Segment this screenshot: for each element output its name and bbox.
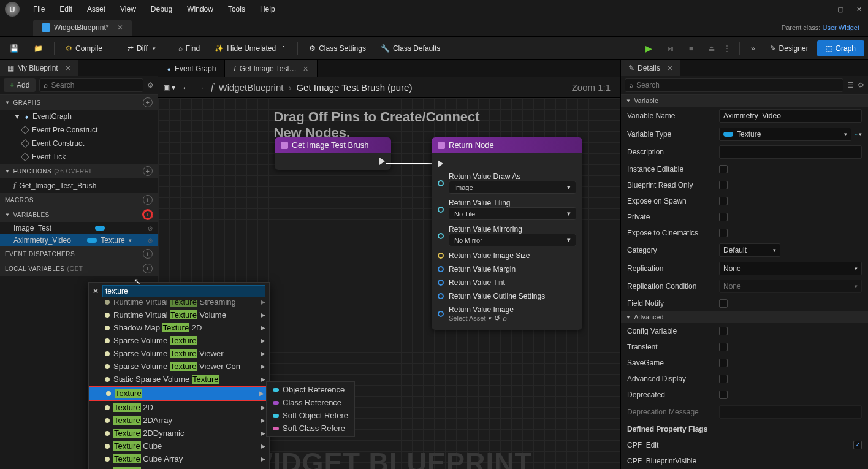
savegame-checkbox[interactable] — [719, 359, 728, 367]
settings-icon[interactable]: ⚙ — [147, 81, 154, 90]
exec-in-pin[interactable] — [438, 160, 443, 167]
close-icon[interactable]: ✕ — [303, 65, 308, 73]
pin[interactable] — [438, 207, 444, 213]
section-functions[interactable]: ▼FUNCTIONS(36 OVERRI+ — [0, 164, 158, 178]
bookmark-icon[interactable]: ▣ ▾ — [163, 83, 175, 92]
type-item[interactable]: Texture 2DArray▶ — [89, 414, 269, 427]
node-return[interactable]: Return Node Return Value Draw AsImage▾ R… — [432, 137, 582, 330]
pin[interactable] — [438, 180, 444, 186]
pin[interactable] — [438, 311, 444, 317]
type-item[interactable]: Static Sparse Volume Texture▶ — [89, 373, 269, 386]
compile-button[interactable]: ⚙Compile⋮ — [59, 40, 119, 56]
overflow-icon[interactable]: » — [751, 44, 755, 53]
type-search-input[interactable] — [102, 285, 265, 297]
section-macros[interactable]: MACROS+ — [0, 193, 158, 207]
category-dropdown[interactable]: Default▾ — [719, 243, 780, 257]
close-icon[interactable]: ✕ — [667, 64, 673, 72]
readonly-checkbox[interactable] — [719, 181, 728, 189]
section-variables[interactable]: ▼VARIABLES+ — [0, 207, 158, 222]
section-variable[interactable]: ▼Variable — [621, 95, 868, 107]
clear-icon[interactable]: ✕ — [93, 287, 99, 296]
search-input[interactable] — [636, 81, 839, 90]
eject-button[interactable]: ⏏ — [702, 40, 721, 56]
submenu-item[interactable]: Object Reference — [267, 383, 354, 396]
step-button[interactable]: ⏯ — [661, 40, 680, 56]
variable-aximmetry-video[interactable]: Aximmetry_Video Texture▾ ⊘ — [0, 234, 158, 246]
pin[interactable] — [438, 266, 444, 272]
menu-view[interactable]: View — [113, 1, 143, 17]
diff-button[interactable]: ⇄Diff▾ — [121, 40, 162, 56]
menu-tools[interactable]: Tools — [221, 1, 253, 17]
type-item[interactable]: Sparse Volume Texture Viewer Con▶ — [89, 360, 269, 373]
breadcrumb-fn[interactable]: Get Image Test Brush (pure) — [296, 82, 412, 93]
event-construct[interactable]: Event Construct — [0, 137, 158, 150]
description-input[interactable] — [719, 145, 862, 159]
menu-edit[interactable]: Edit — [52, 1, 80, 17]
add-macro-button[interactable]: + — [143, 195, 153, 205]
minimize-button[interactable]: — — [813, 1, 831, 18]
filter-icon[interactable]: ☰ — [847, 81, 854, 90]
mirroring-dropdown[interactable]: No Mirror▾ — [449, 234, 576, 246]
replication-dropdown[interactable]: None▾ — [719, 262, 862, 275]
graph-eventgraph[interactable]: ▼⬧EventGraph — [0, 110, 158, 123]
private-checkbox[interactable] — [719, 213, 728, 221]
variable-name-input[interactable] — [719, 109, 862, 123]
maximize-button[interactable]: ▢ — [831, 1, 850, 18]
draw-as-dropdown[interactable]: Image▾ — [449, 181, 576, 194]
tab-my-blueprint[interactable]: ▦ My Blueprint ✕ — [0, 60, 78, 76]
function-get-image-test-brush[interactable]: fGet_Image_Test_Brush — [0, 178, 158, 193]
type-item[interactable]: Texture Cube▶ — [89, 440, 269, 452]
node-get-image-test-brush[interactable]: Get Image Test Brush — [275, 137, 391, 170]
variable-type-dropdown[interactable]: Texture▾ — [719, 128, 851, 141]
expose-cine-checkbox[interactable] — [719, 229, 728, 237]
visibility-icon[interactable]: ⊘ — [148, 237, 153, 244]
add-local-var-button[interactable]: + — [143, 264, 153, 273]
type-item[interactable]: Texture Cube Array▶ — [89, 452, 269, 465]
instance-editable-checkbox[interactable] — [719, 165, 728, 173]
transient-checkbox[interactable] — [719, 343, 728, 351]
nav-forward[interactable]: → — [196, 83, 205, 93]
type-item[interactable]: Shadow Map Texture 2D▶ — [89, 321, 269, 334]
submenu-item[interactable]: Soft Class Refere — [267, 422, 354, 435]
nav-back[interactable]: ← — [181, 83, 190, 93]
type-item[interactable]: Runtime Virtual Texture Volume▶ — [89, 308, 269, 321]
close-tab-icon[interactable]: ✕ — [117, 23, 123, 32]
tab-details[interactable]: ✎Details✕ — [621, 60, 680, 76]
type-item[interactable]: Texture 2DDynamic▶ — [89, 427, 269, 440]
add-graph-button[interactable]: + — [143, 97, 153, 107]
reset-icon[interactable]: ↺ — [494, 314, 500, 322]
add-dispatcher-button[interactable]: + — [143, 249, 153, 259]
search-input[interactable] — [51, 81, 139, 90]
close-icon[interactable]: ✕ — [65, 64, 71, 72]
config-var-checkbox[interactable] — [719, 327, 728, 335]
parent-class-link[interactable]: User Widget — [822, 24, 859, 31]
expose-spawn-checkbox[interactable] — [719, 197, 728, 205]
visibility-icon[interactable]: ⊘ — [148, 225, 153, 232]
submenu-item[interactable]: Soft Object Refere — [267, 409, 354, 422]
section-advanced[interactable]: ▼Advanced — [621, 311, 868, 323]
exec-out-pin[interactable] — [379, 158, 385, 165]
type-item[interactable]: Texture 2D▶ — [89, 401, 269, 414]
pin[interactable] — [438, 253, 444, 259]
section-event-dispatchers[interactable]: EVENT DISPATCHERS+ — [0, 246, 158, 261]
add-function-button[interactable]: + — [143, 166, 153, 176]
tiling-dropdown[interactable]: No Tile▾ — [449, 207, 576, 220]
menu-file[interactable]: File — [26, 1, 52, 17]
browse-button[interactable]: 📁 — [28, 40, 49, 56]
class-defaults-button[interactable]: 🔧Class Defaults — [375, 40, 446, 56]
type-item[interactable]: Sparse Volume Texture▶ — [89, 334, 269, 347]
flag-edit-checkbox[interactable] — [853, 441, 862, 449]
breadcrumb-bp[interactable]: WidgetBlueprint — [219, 82, 284, 93]
type-item[interactable]: Texture Light Profile▶ — [89, 465, 269, 469]
adv-display-checkbox[interactable] — [719, 375, 728, 383]
event-tick[interactable]: Event Tick — [0, 150, 158, 164]
class-settings-button[interactable]: ⚙Class Settings — [303, 40, 372, 56]
designer-button[interactable]: ✎Designer — [764, 40, 815, 56]
submenu-item[interactable]: Class Reference — [267, 396, 354, 409]
menu-window[interactable]: Window — [180, 1, 221, 17]
variable-image-test[interactable]: Image_Test⊘ — [0, 222, 158, 234]
type-item[interactable]: Sparse Volume Texture Viewer▶ — [89, 347, 269, 360]
find-button[interactable]: ⌕Find — [172, 40, 206, 56]
menu-help[interactable]: Help — [253, 1, 283, 17]
pin[interactable] — [438, 233, 444, 239]
